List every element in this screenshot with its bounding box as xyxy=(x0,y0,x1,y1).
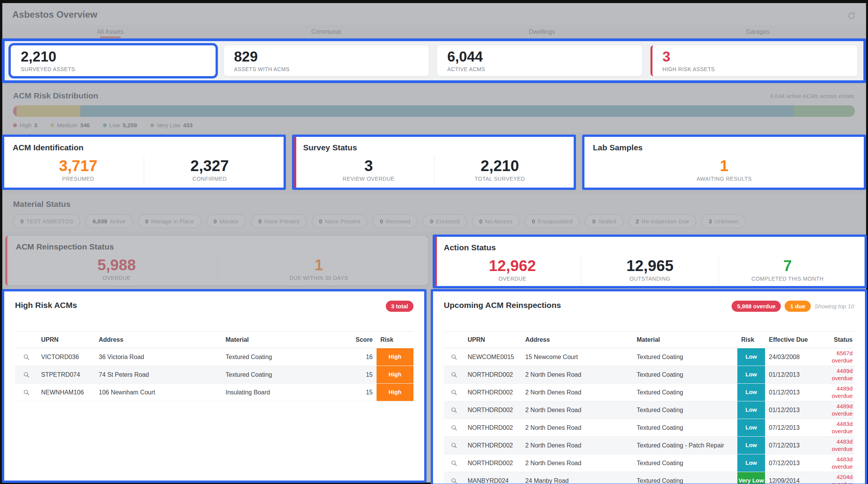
table-row[interactable]: NORTHDRD0022 North Denes RoadTextured Co… xyxy=(444,401,854,419)
column-header: Effective Due xyxy=(765,332,816,348)
metric-due-30-days: 1 DUE WITHIN 30 DAYS xyxy=(217,255,420,283)
table-cell: MANBYRD024 xyxy=(464,472,521,484)
material-status-pill[interactable]: 6,039 Active xyxy=(85,214,133,228)
tab-garages[interactable]: Garages xyxy=(650,26,866,38)
material-status-pill[interactable]: 0 Removed xyxy=(372,214,418,228)
table-row[interactable]: NORTHDRD0022 North Denes RoadTextured Co… xyxy=(444,384,854,401)
table-cell: Very Low xyxy=(737,472,765,484)
metric-value: 2,210 xyxy=(435,157,566,175)
search-icon[interactable] xyxy=(449,423,459,433)
status-row: ACM Reinspection Status 5,988 OVERDUE 1 … xyxy=(0,235,868,288)
refresh-icon[interactable] xyxy=(847,12,856,20)
table-row[interactable]: STPETRD07474 St Peters RoadTextured Coat… xyxy=(15,366,413,384)
pill-label: Monitor xyxy=(219,218,239,225)
material-status-pill[interactable]: 0 Monitor xyxy=(206,214,246,228)
risk-badge: Low xyxy=(737,401,765,419)
material-status-pill[interactable]: 2 Re-inspection Due xyxy=(629,214,697,228)
table-cell: 74 St Peters Road xyxy=(95,366,222,384)
legend-label: Medium xyxy=(57,122,77,128)
table-row[interactable]: NORTHDRD0022 North Denes RoadTextured Co… xyxy=(444,454,854,472)
material-status-pill[interactable]: 3 Unknown xyxy=(701,214,746,228)
table-cell: 07/12/2013 xyxy=(765,454,816,472)
search-icon[interactable] xyxy=(449,405,459,415)
material-status-pill[interactable]: 0 Enclosed xyxy=(423,214,467,228)
material-status-pill[interactable]: 0 None Present xyxy=(251,214,307,228)
metric-review-overdue: 3 REVIEW OVERDUE xyxy=(303,156,434,184)
pill-count: 0 xyxy=(592,218,595,225)
risk-badge: High xyxy=(377,366,413,383)
table-row[interactable]: NEWNHAM106106 Newnham CourtInsulating Bo… xyxy=(15,384,413,401)
metric-overdue: 12,962 OVERDUE xyxy=(444,256,581,284)
material-status-pill[interactable]: 0 TEST ASBESTOS xyxy=(13,214,80,228)
material-status-pill[interactable]: 0 Manage in Place xyxy=(138,214,201,228)
table-cell: 15 xyxy=(349,366,377,384)
pill-label: None Present xyxy=(264,218,300,225)
legend-count: 5,259 xyxy=(123,122,137,128)
pill-label: Enclosed xyxy=(436,218,460,225)
legend-dot-icon xyxy=(150,123,154,127)
metric-label: REVIEW OVERDUE xyxy=(303,176,434,182)
table-cell: 12/09/2014 xyxy=(765,472,816,484)
metric-value: 12,965 xyxy=(581,257,719,274)
material-status-pill[interactable]: 0 None Present xyxy=(312,214,367,228)
metric-value: 1 xyxy=(593,157,855,175)
material-status-pill[interactable]: 0 Sealed xyxy=(585,214,623,228)
table-cell xyxy=(444,454,464,472)
metric-label: OVERDUE xyxy=(16,275,217,281)
metric-awaiting-results: 1 AWAITING RESULTS xyxy=(593,156,855,184)
search-icon[interactable] xyxy=(449,476,459,484)
acm-reinspection-status-card: ACM Reinspection Status 5,988 OVERDUE 1 … xyxy=(5,236,428,285)
search-icon[interactable] xyxy=(21,388,31,398)
table-row[interactable]: NORTHDRD0022 North Denes RoadTextured Co… xyxy=(444,437,854,454)
table-cell: Low xyxy=(737,366,765,384)
section-title: ACM Risk Distribution xyxy=(13,91,855,100)
pill-label: None Present xyxy=(325,218,360,225)
table-cell xyxy=(444,366,464,384)
table-cell: NORTHDRD002 xyxy=(464,384,521,401)
table-row[interactable]: NORTHDRD0022 North Denes RoadTextured Co… xyxy=(444,419,854,437)
material-status-pills: 0 TEST ASBESTOS 6,039 Active 0 Manage in… xyxy=(13,214,855,228)
search-icon[interactable] xyxy=(21,352,31,362)
table-cell: Low xyxy=(737,419,765,437)
table-cell: Low xyxy=(737,348,765,366)
tab-label: Garages xyxy=(746,28,769,35)
table-cell: High xyxy=(377,366,413,384)
table-cell xyxy=(15,384,37,401)
column-header: Material xyxy=(222,332,349,348)
table-cell: Textured Coating xyxy=(633,401,737,419)
stat-card-surveyed-assets: 2,210 SURVEYED ASSETS xyxy=(11,45,216,76)
search-icon[interactable] xyxy=(449,441,459,451)
table-row[interactable]: MANBYRD02424 Manby RoadTextured CoatingV… xyxy=(444,472,854,484)
tab-all-assets[interactable]: All Assets xyxy=(2,26,218,38)
pill-count: 3 xyxy=(709,218,712,225)
search-icon[interactable] xyxy=(449,370,459,380)
risk-bar-segment-low xyxy=(80,105,794,117)
material-status-pill[interactable]: 0 No Access xyxy=(472,214,519,228)
risk-badge: Low xyxy=(737,348,765,366)
pill-label: Re-inspection Due xyxy=(642,218,689,225)
search-icon[interactable] xyxy=(21,370,31,380)
search-icon[interactable] xyxy=(449,352,459,362)
table-cell: 15 xyxy=(349,384,377,401)
stat-card-high-risk-assets: 3 HIGH RISK ASSETS xyxy=(651,45,857,76)
table-cell: NORTHDRD002 xyxy=(464,437,521,454)
table-row[interactable]: NORTHDRD0022 North Denes RoadTextured Co… xyxy=(444,366,854,384)
tab-communal[interactable]: Communal xyxy=(218,26,434,38)
search-icon[interactable] xyxy=(449,388,459,398)
table-cell: Textured Coating xyxy=(633,366,737,384)
table-cell: 6567d overdue xyxy=(816,348,854,366)
stat-label: SURVEYED ASSETS xyxy=(21,66,206,72)
table-row[interactable]: NEWCOME001515 Newcome CourtTextured Coat… xyxy=(444,348,854,366)
pill-count: 0 xyxy=(319,218,322,225)
table-cell: 2 North Denes Road xyxy=(521,366,633,384)
metric-label: COMPLETED THIS MONTH xyxy=(719,276,856,282)
metric-label: DUE WITHIN 30 DAYS xyxy=(218,275,420,281)
search-icon[interactable] xyxy=(449,458,459,468)
metric-total-surveyed: 2,210 TOTAL SURVEYED xyxy=(434,156,566,184)
tab-dwellings[interactable]: Dwellings xyxy=(434,26,650,38)
material-status-section: Material Status 0 TEST ASBESTOS 6,039 Ac… xyxy=(2,193,866,232)
table-cell: NORTHDRD002 xyxy=(464,454,521,472)
table-row[interactable]: VICTORD03636 Victoria RoadTextured Coati… xyxy=(15,348,413,366)
table-cell: 01/12/2013 xyxy=(765,384,816,401)
material-status-pill[interactable]: 0 Encapsulated xyxy=(524,214,580,228)
